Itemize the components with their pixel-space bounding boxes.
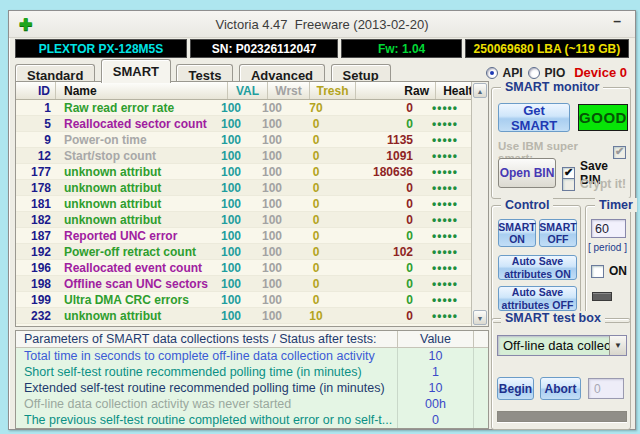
param-spacer	[473, 348, 488, 364]
pio-radio[interactable]	[528, 67, 540, 79]
table-cell: 0	[339, 116, 419, 131]
device-model: PLEXTOR PX-128M5S	[15, 39, 187, 58]
col-val[interactable]: VAL	[228, 82, 268, 99]
col-raw[interactable]: Raw	[356, 82, 436, 99]
table-cell: 100	[211, 116, 251, 131]
table-cell: 100	[211, 132, 251, 147]
table-cell: Reallocated event count	[56, 260, 211, 275]
timer-on-label: ON	[609, 264, 627, 278]
table-row[interactable]: 178unknown attribut10010000•••••	[16, 180, 471, 196]
crypt-checkbox	[562, 178, 575, 191]
api-radio[interactable]	[486, 67, 498, 79]
table-cell: 10	[293, 308, 339, 323]
param-spacer	[473, 396, 488, 412]
table-cell: 1135	[339, 132, 419, 147]
table-cell: 100	[251, 308, 293, 323]
table-cell: 199	[16, 292, 56, 307]
abort-button[interactable]: Abort	[540, 377, 581, 400]
crypt-row: Crypt it!	[562, 177, 626, 191]
table-cell: 100	[251, 148, 293, 163]
table-cell: 100	[211, 196, 251, 211]
smart-monitor-group: SMART monitor Get SMART GOOD Use IBM sup…	[491, 87, 631, 199]
table-cell: •••••	[419, 100, 471, 115]
table-cell: 0	[339, 100, 419, 115]
smart-off-button[interactable]: SMART OFF	[539, 219, 577, 247]
begin-button[interactable]: Begin	[497, 377, 534, 400]
table-cell: 100	[251, 276, 293, 291]
col-id[interactable]: ID	[16, 82, 56, 99]
table-cell: 1	[16, 100, 56, 115]
chevron-down-icon[interactable]: ▼	[609, 336, 626, 355]
smart-monitor-label: SMART monitor	[501, 80, 603, 94]
table-row[interactable]: 192Power-off retract count1001000102••••…	[16, 244, 471, 260]
table-cell: 100	[211, 148, 251, 163]
scroll-down-icon[interactable]: ▼	[473, 310, 487, 325]
param-text: The previous self-test routine completed…	[16, 412, 397, 428]
table-cell: 0	[293, 180, 339, 195]
params-header-text: Parameters of SMART data collections tes…	[16, 331, 397, 347]
table-row[interactable]: 12Start/stop count10010001091•••••	[16, 148, 471, 164]
table-cell: •••••	[419, 244, 471, 259]
table-row[interactable]: 187Reported UNC error10010000•••••	[16, 228, 471, 244]
table-cell: 100	[251, 228, 293, 243]
table-cell: •••••	[419, 164, 471, 179]
table-cell: 0	[293, 276, 339, 291]
table-scrollbar[interactable]: ▲ ▼	[471, 82, 488, 326]
scroll-up-icon[interactable]: ▲	[473, 83, 487, 98]
table-row[interactable]: 198Offline scan UNC sectors10010000•••••	[16, 276, 471, 292]
table-cell: 100	[251, 132, 293, 147]
timer-on-checkbox[interactable]	[591, 265, 604, 278]
table-row[interactable]: 181unknown attribut10010000•••••	[16, 196, 471, 212]
timer-period-input[interactable]	[591, 219, 626, 238]
table-cell: 0	[293, 196, 339, 211]
device-capacity: 250069680 LBA (~119 GB)	[465, 39, 629, 58]
open-bin-button[interactable]: Open BIN	[498, 158, 556, 188]
pio-label: PIO	[545, 66, 566, 80]
table-cell: 0	[339, 260, 419, 275]
get-smart-button[interactable]: Get SMART	[498, 103, 570, 132]
table-row[interactable]: 196Reallocated event count10010000•••••	[16, 260, 471, 276]
params-row: The previous self-test routine completed…	[16, 412, 488, 428]
table-row[interactable]: 199Ultra DMA CRC errors10010000•••••	[16, 292, 471, 308]
param-spacer	[473, 364, 488, 380]
table-cell: 5	[16, 116, 56, 131]
timer-period-label: [ period ]	[588, 242, 627, 253]
tab-smart[interactable]: SMART	[101, 59, 171, 83]
table-cell: 100	[251, 116, 293, 131]
table-cell: unknown attribut	[56, 212, 211, 227]
control-group: Control SMART ON SMART OFF Auto Save att…	[491, 205, 581, 323]
autosave-off-button[interactable]: Auto Save attributes OFF	[498, 286, 577, 311]
timer-on-row: ON	[591, 264, 627, 278]
device-firmware: Fw: 1.04	[341, 39, 462, 58]
table-cell: 100	[211, 244, 251, 259]
table-cell: 100	[211, 260, 251, 275]
col-wrst[interactable]: Wrst	[268, 82, 310, 99]
autosave-on-button[interactable]: Auto Save attributes ON	[498, 255, 577, 280]
test-select[interactable]: Off-line data collect ▼	[497, 335, 627, 356]
minimize-button[interactable]: –	[613, 13, 621, 29]
col-name[interactable]: Name	[56, 82, 228, 99]
table-row[interactable]: 177unknown attribut1001000180636•••••	[16, 164, 471, 180]
table-cell: Power-on time	[56, 132, 211, 147]
crypt-label: Crypt it!	[580, 177, 626, 191]
table-header: ID Name VAL Wrst Tresh Raw Health	[16, 82, 488, 100]
table-cell: 100	[251, 244, 293, 259]
table-row[interactable]: 1Raw read error rate100100700•••••	[16, 100, 471, 116]
table-cell: 0	[339, 276, 419, 291]
smart-on-button[interactable]: SMART ON	[498, 219, 536, 247]
table-row[interactable]: 232unknown attribut100100100•••••	[16, 308, 471, 324]
timer-group: Timer [ period ] ON	[585, 205, 631, 323]
col-tresh[interactable]: Tresh	[310, 82, 356, 99]
table-cell: 0	[293, 212, 339, 227]
table-cell: Offline scan UNC sectors	[56, 276, 211, 291]
table-cell: Ultra DMA CRC errors	[56, 292, 211, 307]
table-cell: 0	[339, 196, 419, 211]
title-bar: ✚ Victoria 4.47 Freeware (2013-02-20) –	[9, 11, 635, 38]
table-cell: unknown attribut	[56, 180, 211, 195]
table-row[interactable]: 9Power-on time10010001135•••••	[16, 132, 471, 148]
mode-group: API PIO Device 0	[486, 65, 627, 80]
table-cell: •••••	[419, 260, 471, 275]
table-row[interactable]: 5Reallocated sector count10010000•••••	[16, 116, 471, 132]
table-cell: unknown attribut	[56, 308, 211, 323]
table-row[interactable]: 182unknown attribut10010000•••••	[16, 212, 471, 228]
